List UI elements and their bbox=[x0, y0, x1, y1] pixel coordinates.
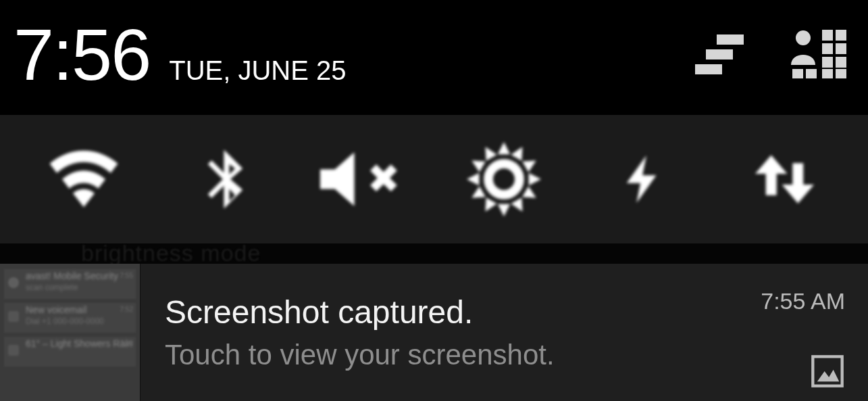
screenshot-notification[interactable]: avast! Mobile Securityscan complete7:55 … bbox=[0, 264, 868, 401]
header-left: 7:56 TUE, JUNE 25 bbox=[14, 12, 347, 97]
svg-rect-0 bbox=[717, 34, 744, 45]
shade-divider: brightness mode bbox=[0, 243, 868, 264]
data-arrows-icon bbox=[752, 139, 817, 220]
quick-toggle-row bbox=[0, 115, 868, 243]
screenshot-thumbnail: avast! Mobile Securityscan complete7:55 … bbox=[0, 264, 141, 401]
svg-rect-4 bbox=[822, 30, 833, 41]
svg-rect-10 bbox=[792, 69, 803, 78]
mobile-data-toggle[interactable] bbox=[715, 139, 855, 220]
notification-meta: 7:55 AM bbox=[746, 264, 868, 401]
svg-marker-15 bbox=[498, 142, 510, 154]
brightness-toggle[interactable] bbox=[434, 142, 575, 216]
svg-point-3 bbox=[796, 30, 811, 45]
svg-rect-11 bbox=[806, 69, 817, 78]
header-date: TUE, JUNE 25 bbox=[169, 55, 346, 86]
settings-bars-icon[interactable] bbox=[695, 30, 749, 78]
wifi-toggle[interactable] bbox=[14, 142, 154, 216]
svg-rect-5 bbox=[836, 30, 846, 41]
power-saving-toggle[interactable] bbox=[574, 139, 715, 220]
picture-icon bbox=[810, 354, 845, 389]
wifi-icon bbox=[36, 142, 131, 216]
quick-settings-grid-icon[interactable] bbox=[790, 27, 848, 81]
notification-shade-header: 7:56 TUE, JUNE 25 bbox=[0, 0, 868, 108]
notification-title: Screenshot captured. bbox=[165, 293, 746, 331]
svg-rect-12 bbox=[822, 69, 833, 78]
sound-mute-toggle[interactable] bbox=[294, 149, 434, 210]
volume-mute-icon bbox=[320, 149, 408, 210]
svg-rect-8 bbox=[822, 57, 833, 68]
svg-marker-17 bbox=[817, 370, 840, 381]
svg-point-14 bbox=[488, 164, 519, 195]
svg-rect-7 bbox=[836, 43, 846, 54]
background-hint-text: brightness mode bbox=[81, 243, 261, 264]
brightness-icon bbox=[467, 142, 541, 216]
svg-rect-13 bbox=[836, 69, 846, 78]
notification-time: 7:55 AM bbox=[761, 288, 845, 314]
notification-subtitle: Touch to view your screenshot. bbox=[165, 339, 746, 371]
svg-rect-6 bbox=[822, 43, 833, 54]
svg-rect-16 bbox=[813, 356, 842, 385]
bluetooth-toggle[interactable] bbox=[154, 139, 295, 220]
clock-time: 7:56 bbox=[14, 12, 150, 97]
lightning-icon bbox=[621, 139, 668, 220]
bluetooth-icon bbox=[192, 139, 256, 220]
notification-body: Screenshot captured. Touch to view your … bbox=[141, 264, 746, 401]
svg-rect-9 bbox=[836, 57, 846, 68]
svg-rect-1 bbox=[706, 49, 733, 60]
svg-rect-2 bbox=[695, 64, 722, 74]
header-right bbox=[695, 27, 848, 81]
